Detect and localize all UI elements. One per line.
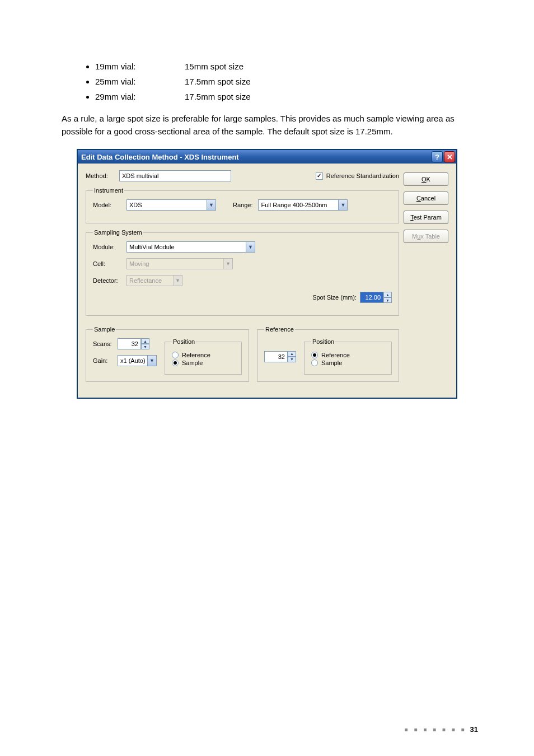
reference-position-group: Position Reference Sample [304, 338, 392, 375]
spot-size-label: Spot Size (mm): [312, 294, 357, 301]
reference-scans-spinner[interactable]: ▲ ▼ [264, 351, 296, 362]
instrument-group: Instrument Model: XDS ▼ Range: Full Rang… [86, 187, 399, 223]
chevron-down-icon: ▼ [173, 276, 182, 286]
scans-label: Scans: [93, 340, 118, 347]
chevron-down-icon: ▼ [147, 356, 156, 366]
model-select[interactable]: XDS ▼ [127, 199, 216, 211]
range-select[interactable]: Full Range 400-2500nm ▼ [258, 199, 348, 211]
spin-up-icon[interactable]: ▲ [383, 292, 392, 297]
sample-scans-input[interactable] [118, 338, 141, 349]
chevron-down-icon: ▼ [223, 259, 232, 269]
reference-position-sample-radio[interactable] [311, 360, 318, 366]
spot-size-input[interactable] [360, 292, 383, 303]
edit-method-dialog: Edit Data Collection Method - XDS Instru… [77, 149, 457, 399]
method-label: Method: [86, 172, 119, 179]
page-number: ■ ■ ■ ■ ■ ■ ■ 31 [405, 725, 478, 734]
radio-label: Reference [321, 352, 350, 358]
method-input[interactable] [119, 170, 231, 181]
ok-button[interactable]: OK [404, 172, 448, 186]
help-icon[interactable]: ? [432, 151, 443, 162]
module-label: Module: [93, 244, 127, 250]
sample-position-reference-radio[interactable] [172, 352, 179, 358]
detector-select: Reflectance ▼ [127, 275, 182, 286]
chevron-down-icon: ▼ [338, 200, 347, 210]
cancel-button[interactable]: Cancel [404, 192, 448, 205]
gain-select[interactable]: x1 (Auto) ▼ [118, 355, 157, 366]
spin-down-icon[interactable]: ▼ [383, 297, 392, 303]
close-icon[interactable]: ✕ [444, 151, 455, 162]
cell-select: Moving ▼ [127, 258, 233, 269]
chevron-down-icon: ▼ [246, 242, 255, 252]
test-param-button[interactable]: Test Param [404, 211, 448, 224]
spin-up-icon[interactable]: ▲ [288, 351, 296, 357]
dialog-title: Edit Data Collection Method - XDS Instru… [81, 153, 239, 161]
ref-std-checkbox[interactable]: ✓ [316, 172, 323, 180]
radio-label: Reference [182, 352, 210, 358]
mux-table-button: Mux Table [404, 230, 448, 243]
gain-label: Gain: [93, 357, 118, 364]
list-item: 19mm vial:15mm spot size [95, 62, 472, 71]
page-dots-icon: ■ ■ ■ ■ ■ ■ ■ [405, 726, 467, 732]
chevron-down-icon: ▼ [207, 200, 216, 210]
range-label: Range: [233, 202, 252, 208]
radio-label: Sample [182, 360, 203, 366]
ref-std-label: Reference Standardization [326, 172, 399, 179]
reference-position-reference-radio[interactable] [311, 352, 318, 358]
sample-position-group: Position Reference Sample [165, 338, 242, 375]
cell-label: Cell: [93, 260, 127, 267]
reference-group: Reference ▲ ▼ [257, 326, 399, 382]
spin-up-icon[interactable]: ▲ [141, 338, 149, 344]
radio-label: Sample [321, 360, 342, 366]
detector-label: Detector: [93, 277, 127, 284]
sample-scans-spinner[interactable]: ▲ ▼ [118, 338, 149, 349]
spin-down-icon[interactable]: ▼ [141, 344, 149, 349]
body-paragraph: As a rule, a large spot size is preferab… [62, 113, 472, 138]
spot-size-spinner[interactable]: ▲ ▼ [360, 292, 392, 303]
reference-scans-input[interactable] [264, 351, 288, 362]
sampling-system-group: Sampling System Module: MultiVial Module… [86, 229, 399, 316]
module-select[interactable]: MultiVial Module ▼ [127, 241, 255, 253]
model-label: Model: [93, 202, 127, 208]
spin-down-icon[interactable]: ▼ [288, 357, 296, 362]
sample-group: Sample Scans: ▲ ▼ [86, 326, 249, 382]
list-item: 25mm vial:17.5mm spot size [95, 77, 472, 86]
vial-list: 19mm vial:15mm spot size 25mm vial:17.5m… [95, 62, 472, 101]
sample-position-sample-radio[interactable] [172, 360, 179, 366]
list-item: 29mm vial:17.5mm spot size [95, 92, 472, 101]
dialog-titlebar: Edit Data Collection Method - XDS Instru… [78, 150, 456, 164]
